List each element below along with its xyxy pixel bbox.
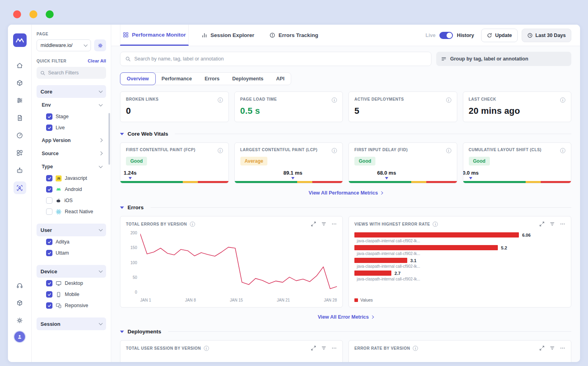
- more-icon[interactable]: [331, 345, 337, 351]
- middleware-logo[interactable]: [13, 33, 27, 47]
- window-zoom-button[interactable]: [46, 10, 54, 18]
- filter-item-live[interactable]: Live: [37, 122, 106, 133]
- checkbox[interactable]: [46, 302, 52, 309]
- checkbox[interactable]: [46, 239, 52, 245]
- docs-icon[interactable]: [14, 111, 26, 124]
- filter-search[interactable]: [37, 67, 106, 79]
- expand-icon[interactable]: [539, 345, 545, 351]
- update-button[interactable]: Update: [481, 29, 517, 42]
- sidebar-group-env[interactable]: Env: [37, 99, 106, 111]
- more-icon[interactable]: [560, 345, 565, 351]
- info-icon[interactable]: [560, 148, 565, 153]
- group-by-button[interactable]: Group by tag, label or annotation: [436, 52, 571, 66]
- info-icon[interactable]: [218, 148, 223, 153]
- filter-item-aditya[interactable]: Aditya: [37, 236, 106, 247]
- error-rate-bar[interactable]: [354, 258, 407, 263]
- window-close-button[interactable]: [13, 10, 21, 18]
- filter-icon[interactable]: [321, 345, 327, 351]
- sidebar-scrollbar[interactable]: [108, 113, 110, 165]
- checkbox[interactable]: [46, 113, 52, 120]
- sidebar-section-device[interactable]: Device: [37, 265, 106, 278]
- filter-item-mobile[interactable]: Mobile: [37, 289, 106, 300]
- checkbox[interactable]: [46, 175, 52, 181]
- sidebar-section-session[interactable]: Session: [37, 317, 106, 330]
- filter-item-android[interactable]: Android: [37, 184, 106, 195]
- live-history-toggle[interactable]: [439, 32, 453, 39]
- error-rate-bar[interactable]: [354, 245, 498, 250]
- tab-performance[interactable]: Performance: [155, 73, 198, 85]
- components-icon[interactable]: [14, 76, 26, 89]
- info-icon[interactable]: [190, 222, 195, 227]
- tab-errors[interactable]: Errors: [198, 73, 226, 85]
- filter-item-ios[interactable]: iOS: [37, 195, 106, 206]
- view-all-error-metrics-link[interactable]: View All Error Metrics: [111, 314, 580, 320]
- tab-performance-monitor[interactable]: Performance Monitor: [120, 25, 189, 46]
- page-select[interactable]: middleware.io/: [37, 39, 91, 51]
- info-icon[interactable]: [218, 97, 223, 103]
- info-icon[interactable]: [332, 148, 337, 153]
- info-icon[interactable]: [560, 97, 565, 103]
- checkbox[interactable]: [46, 186, 52, 193]
- error-rate-bar[interactable]: [354, 271, 391, 276]
- package-icon[interactable]: [14, 296, 26, 309]
- info-icon[interactable]: [433, 222, 438, 227]
- checkbox[interactable]: [46, 197, 52, 204]
- info-icon[interactable]: [446, 148, 451, 153]
- info-icon[interactable]: [446, 97, 451, 103]
- sidebar-section-user[interactable]: User: [37, 224, 106, 236]
- window-minimize-button[interactable]: [29, 10, 37, 18]
- filter-icon[interactable]: [321, 221, 327, 227]
- sidebar-section-core[interactable]: Core: [37, 85, 106, 98]
- headset-icon[interactable]: [14, 279, 26, 292]
- chevron-right-icon: [380, 191, 383, 195]
- sidebar-group-app-version[interactable]: App Version: [37, 134, 106, 146]
- view-all-performance-metrics-link[interactable]: View All Performance Metrics: [111, 190, 580, 196]
- tab-api[interactable]: API: [270, 73, 291, 85]
- checkbox[interactable]: [46, 280, 52, 286]
- more-icon[interactable]: [331, 221, 337, 227]
- filter-item-uttam[interactable]: Uttam: [37, 247, 106, 259]
- more-icon[interactable]: [560, 221, 565, 227]
- rum-icon[interactable]: [14, 181, 26, 194]
- info-icon[interactable]: [413, 346, 418, 351]
- checkbox[interactable]: [46, 291, 52, 298]
- checkbox[interactable]: [46, 250, 52, 256]
- filter-item-react-native[interactable]: React Native: [37, 206, 106, 217]
- sidebar-group-type[interactable]: Type: [37, 160, 106, 173]
- integrations-icon[interactable]: [14, 146, 26, 159]
- filter-item-javascript[interactable]: Javascript: [37, 173, 106, 184]
- page-settings-button[interactable]: [94, 39, 106, 51]
- main-search[interactable]: [120, 52, 431, 66]
- tab-overview[interactable]: Overview: [120, 72, 156, 85]
- collapse-caret-icon[interactable]: [120, 331, 124, 333]
- expand-icon[interactable]: [539, 221, 545, 227]
- main-search-input[interactable]: [134, 56, 426, 62]
- error-rate-bar[interactable]: [354, 232, 519, 238]
- checkbox[interactable]: [46, 208, 52, 215]
- home-icon[interactable]: [14, 59, 26, 72]
- info-icon[interactable]: [332, 97, 337, 103]
- tab-deployments[interactable]: Deployments: [226, 73, 270, 85]
- sidebar-group-source[interactable]: Source: [37, 147, 106, 160]
- filter-icon[interactable]: [549, 345, 555, 351]
- checkbox[interactable]: [46, 125, 52, 131]
- collapse-caret-icon[interactable]: [120, 206, 124, 209]
- gear-icon[interactable]: [14, 314, 26, 327]
- filter-search-input[interactable]: [48, 70, 103, 76]
- info-icon[interactable]: [204, 346, 209, 351]
- sliders-icon[interactable]: [14, 94, 26, 107]
- date-range-button[interactable]: Last 30 Days: [522, 29, 571, 42]
- filter-icon[interactable]: [549, 221, 555, 227]
- filter-item-stage[interactable]: Stage: [37, 111, 106, 122]
- collapse-caret-icon[interactable]: [120, 133, 124, 135]
- tab-session-explorer[interactable]: Session Explorer: [199, 25, 257, 46]
- filter-item-desktop[interactable]: Desktop: [37, 278, 106, 289]
- gauge-icon[interactable]: [14, 129, 26, 142]
- expand-icon[interactable]: [311, 345, 316, 351]
- bot-icon[interactable]: [14, 164, 26, 177]
- filter-item-responsive[interactable]: Reponsive: [37, 300, 106, 311]
- expand-icon[interactable]: [311, 221, 316, 227]
- tab-errors-tracking[interactable]: Errors Tracking: [267, 25, 321, 46]
- avatar[interactable]: [14, 331, 25, 342]
- clear-all-link[interactable]: Clear All: [88, 58, 106, 63]
